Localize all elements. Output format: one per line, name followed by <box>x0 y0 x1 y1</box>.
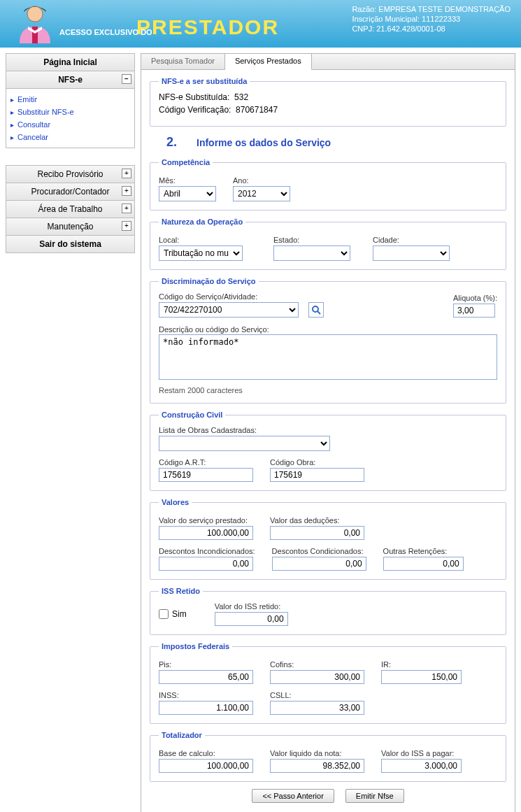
cidade-label: Cidade: <box>373 236 450 244</box>
valor-deducoes-input[interactable] <box>270 526 364 540</box>
cidade-select[interactable] <box>373 245 450 261</box>
liquido-input[interactable] <box>270 759 364 773</box>
aliquota-label: Aliquota (%): <box>453 294 497 302</box>
svg-point-2 <box>313 306 318 312</box>
legend-valores: Valores <box>159 498 192 506</box>
mes-select[interactable]: Abril <box>159 186 216 201</box>
pis-input[interactable] <box>159 670 253 684</box>
legend-iss: ISS Retido <box>159 587 203 595</box>
emitir-nfse-button[interactable]: Emitir Nfse <box>345 789 404 803</box>
fieldset-totalizador: Totalizador Base de calculo: Valor liqui… <box>150 731 506 782</box>
iss-valor-input[interactable] <box>215 612 288 626</box>
codigo-servico-select[interactable]: 702/422270100 <box>159 302 299 318</box>
csll-input[interactable] <box>270 701 364 715</box>
iss-sim-label: Sim <box>172 609 187 619</box>
obra-label: Código Obra: <box>270 458 364 466</box>
sidebar-item-cancelar[interactable]: Cancelar <box>9 131 131 143</box>
ir-input[interactable] <box>381 670 462 684</box>
iss-pagar-input[interactable] <box>381 759 462 773</box>
svg-line-3 <box>317 311 320 314</box>
sidebar-item-emitir[interactable]: Emitir <box>9 93 131 106</box>
step-title: Informe os dados do Serviço <box>197 137 331 148</box>
valor-servico-input[interactable] <box>159 526 253 540</box>
menu-manutencao[interactable]: Manutenção+ <box>6 218 135 235</box>
descricao-label: Descrição ou código do Serviço: <box>159 325 269 334</box>
tab-servicos[interactable]: Serviços Prestados <box>225 54 312 70</box>
lista-obras-select[interactable] <box>159 436 330 451</box>
outras-label: Outras Retenções: <box>383 547 464 555</box>
inss-input[interactable] <box>159 701 253 715</box>
menu-area[interactable]: Área de Trabalho+ <box>6 200 135 218</box>
plus-icon[interactable]: + <box>122 221 131 231</box>
fieldset-substituida: NFS-e a ser substituída NFS-e Substituíd… <box>150 77 506 127</box>
estado-select[interactable] <box>273 245 350 261</box>
cofins-label: Cofins: <box>270 660 364 669</box>
legend-totalizador: Totalizador <box>159 731 205 739</box>
company-info: Razão: EMPRESA TESTE DEMONSTRAÇÃO Inscri… <box>352 4 511 34</box>
search-icon[interactable] <box>308 302 324 318</box>
menu-home[interactable]: Página Inicial <box>6 53 135 71</box>
menu-nfse[interactable]: NFS-e − <box>6 71 135 89</box>
fieldset-natureza: Natureza da Operação Local: Tributação n… <box>150 218 506 270</box>
art-input[interactable] <box>159 468 253 482</box>
legend-discriminacao: Discriminação do Serviço <box>159 277 259 285</box>
fieldset-iss: ISS Retido Sim Valor do ISS retido: <box>150 587 506 635</box>
fieldset-discriminacao: Discriminação do Serviço Código do Servi… <box>150 277 506 404</box>
plus-icon[interactable]: + <box>122 186 131 196</box>
sidebar-item-substituir[interactable]: Substituir NFS-e <box>9 106 131 118</box>
obra-input[interactable] <box>270 468 364 482</box>
step-number: 2. <box>166 135 177 150</box>
menu-recibo[interactable]: Recibo Provisório+ <box>6 165 135 183</box>
desc-inc-label: Descontos Incondicionados: <box>159 547 255 555</box>
step-header: 2. Informe os dados do Serviço <box>166 135 506 150</box>
caracteres-restantes: Restam 2000 caracteres <box>159 386 497 394</box>
prestador-title: PRESTADOR <box>136 15 279 39</box>
liquido-label: Valor liquido da nota: <box>270 749 364 757</box>
estado-label: Estado: <box>273 236 350 244</box>
mes-label: Mês: <box>159 176 216 185</box>
legend-substituida: NFS-e a ser substituída <box>159 77 250 85</box>
cofins-input[interactable] <box>270 670 364 684</box>
tabs: Pesquisa Tomador Serviços Prestados <box>141 53 515 70</box>
pis-label: Pis: <box>159 660 253 669</box>
minus-icon[interactable]: − <box>122 74 131 84</box>
lista-obras-label: Lista de Obras Cadastradas: <box>159 426 497 434</box>
menu-sair[interactable]: Sair do sistema <box>6 235 135 253</box>
content: Pesquisa Tomador Serviços Prestados NFS-… <box>141 53 515 812</box>
ano-label: Ano: <box>233 176 290 185</box>
fieldset-impostos: Impostos Federais Pis: Cofins: IR: INSS:… <box>150 642 506 724</box>
plus-icon[interactable]: + <box>122 204 131 213</box>
legend-natureza: Natureza da Operação <box>159 218 245 226</box>
avatar <box>14 3 56 47</box>
base-input[interactable] <box>159 759 253 773</box>
fieldset-competencia: Competência Mês: Abril Ano: 2012 <box>150 158 506 211</box>
sidebar-item-consultar[interactable]: Consultar <box>9 118 131 131</box>
desc-inc-input[interactable] <box>159 557 253 571</box>
menu-procurador[interactable]: Procurador/Contador+ <box>6 183 135 200</box>
passo-anterior-button[interactable]: << Passo Anterior <box>252 789 334 803</box>
valor-deducoes-label: Valor das deduções: <box>270 516 364 525</box>
header: ACESSO EXCLUSIVO DO PRESTADOR Razão: EMP… <box>0 0 521 48</box>
ir-label: IR: <box>381 660 462 669</box>
csll-label: CSLL: <box>270 691 364 699</box>
svg-point-0 <box>27 6 43 22</box>
descricao-textarea[interactable]: *não informado* <box>159 334 497 380</box>
local-select[interactable]: Tributação no mu <box>159 245 243 261</box>
base-label: Base de calculo: <box>159 749 253 757</box>
aliquota-input[interactable] <box>453 304 495 318</box>
local-label: Local: <box>159 236 243 244</box>
iss-sim-checkbox[interactable] <box>159 609 169 619</box>
ano-select[interactable]: 2012 <box>233 186 290 201</box>
tab-pesquisa[interactable]: Pesquisa Tomador <box>141 54 225 69</box>
codigo-servico-label: Código do Serviço/Atividade: <box>159 292 299 301</box>
inss-label: INSS: <box>159 691 253 699</box>
plus-icon[interactable]: + <box>122 169 131 178</box>
legend-competencia: Competência <box>159 158 213 166</box>
desc-cond-input[interactable] <box>272 557 366 571</box>
valor-servico-label: Valor do serviço prestado: <box>159 516 253 525</box>
svg-rect-1 <box>32 27 38 43</box>
iss-valor-label: Valor do ISS retido: <box>215 602 288 611</box>
outras-input[interactable] <box>383 557 464 571</box>
desc-cond-label: Descontos Condicionados: <box>272 547 366 555</box>
fieldset-construcao: Construção Civil Lista de Obras Cadastra… <box>150 411 506 491</box>
